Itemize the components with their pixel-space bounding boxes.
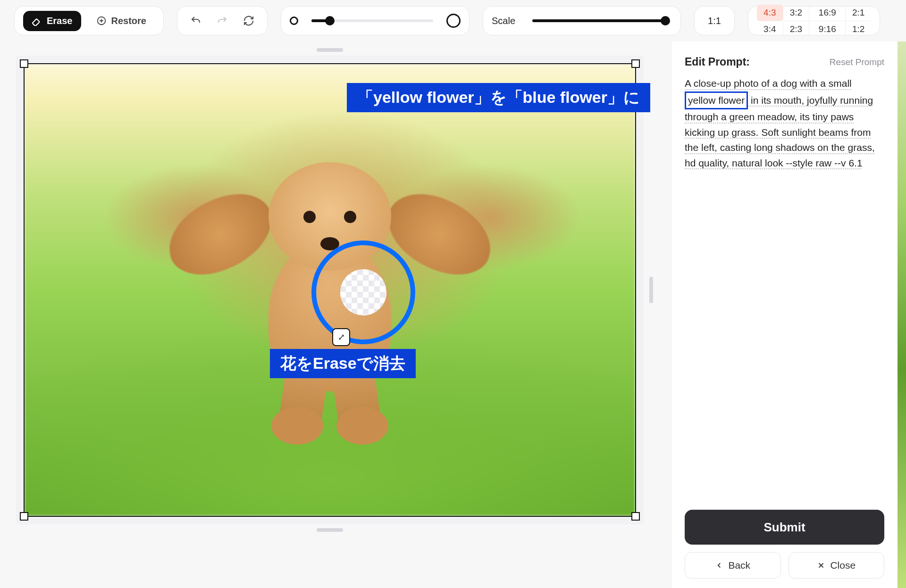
grip-top[interactable] <box>317 48 343 52</box>
brush-size-slider[interactable] <box>311 19 433 22</box>
scale-slider[interactable] <box>532 19 665 22</box>
aspect-3-4[interactable]: 3:4 <box>757 21 783 37</box>
grip-right[interactable] <box>649 277 653 303</box>
back-button[interactable]: Back <box>685 552 781 579</box>
submit-button[interactable]: Submit <box>685 510 884 545</box>
scale-group: Scale <box>483 6 681 35</box>
sidebar: Edit Prompt: Reset Prompt A close-up pho… <box>671 41 898 588</box>
restore-button[interactable]: Restore <box>88 11 155 31</box>
thumbnail-rail[interactable] <box>898 41 906 588</box>
svg-rect-0 <box>32 19 40 26</box>
brush-large-icon <box>446 14 461 28</box>
aspect-11-group: 1:1 <box>694 6 735 35</box>
back-label: Back <box>728 560 750 571</box>
crop-frame[interactable]: ⤢ 「yellow flower」を「blue flower」に 花をErase… <box>24 63 636 517</box>
aspect-2-3[interactable]: 2:3 <box>783 21 810 37</box>
aspect-1-2[interactable]: 1:2 <box>846 21 871 37</box>
erase-restore-group: Erase Restore <box>14 6 164 35</box>
grip-bottom[interactable] <box>317 528 343 532</box>
aspect-3-2[interactable]: 3:2 <box>783 5 810 21</box>
refresh-icon <box>243 15 254 26</box>
crop-handle-bl[interactable] <box>20 512 28 521</box>
crop-handle-br[interactable] <box>631 512 640 521</box>
crop-handle-tr[interactable] <box>631 59 640 68</box>
brush-size-group <box>281 6 470 35</box>
erase-brush-preview[interactable] <box>311 240 415 344</box>
undo-button[interactable] <box>186 11 206 31</box>
edit-prompt-title: Edit Prompt: <box>685 56 750 68</box>
aspect-4-3[interactable]: 4:3 <box>757 5 783 21</box>
main-split: ⤢ 「yellow flower」を「blue flower」に 花をErase… <box>0 41 906 588</box>
aspect-16-9[interactable]: 16:9 <box>809 5 846 21</box>
aspect-2-1[interactable]: 2:1 <box>846 5 871 21</box>
redo-icon <box>217 15 228 26</box>
canvas-outer: ⤢ 「yellow flower」を「blue flower」に 花をErase… <box>16 56 644 524</box>
prompt-pre: A close-up photo of a dog with a small <box>685 78 852 89</box>
brush-resize-handle[interactable]: ⤢ <box>332 328 350 346</box>
eraser-icon <box>32 16 42 26</box>
plus-circle-icon <box>96 16 107 26</box>
crop-handle-tl[interactable] <box>20 59 28 68</box>
undo-icon <box>190 15 201 26</box>
chevron-left-icon <box>715 561 723 570</box>
erase-label: Erase <box>47 16 73 26</box>
aspect-grid: 4:33:216:92:13:42:39:161:2 <box>748 6 880 35</box>
annotation-mid: 花をEraseで消去 <box>270 349 416 378</box>
erase-button[interactable]: Erase <box>23 11 81 31</box>
brush-small-icon <box>290 17 298 25</box>
history-group <box>177 6 268 35</box>
redo-button[interactable] <box>212 11 232 31</box>
canvas-pane: ⤢ 「yellow flower」を「blue flower」に 花をErase… <box>0 41 671 588</box>
resize-arrows-icon: ⤢ <box>338 332 345 342</box>
aspect-9-16[interactable]: 9:16 <box>809 21 846 37</box>
close-button[interactable]: Close <box>789 552 885 579</box>
reset-prompt-button[interactable]: Reset Prompt <box>830 57 884 67</box>
close-icon <box>817 561 825 570</box>
restore-label: Restore <box>111 16 146 26</box>
aspect-11-button[interactable]: 1:1 <box>701 16 728 26</box>
top-toolbar: Erase Restore Scale 1:1 <box>0 0 906 41</box>
annotation-top: 「yellow flower」を「blue flower」に <box>347 83 650 112</box>
erase-checker-icon <box>340 269 386 315</box>
reset-button[interactable] <box>239 11 259 31</box>
prompt-text[interactable]: A close-up photo of a dog with a small y… <box>685 76 884 171</box>
scale-label: Scale <box>492 16 515 26</box>
prompt-highlight[interactable]: yellow flower <box>685 91 748 110</box>
close-label: Close <box>830 560 856 571</box>
